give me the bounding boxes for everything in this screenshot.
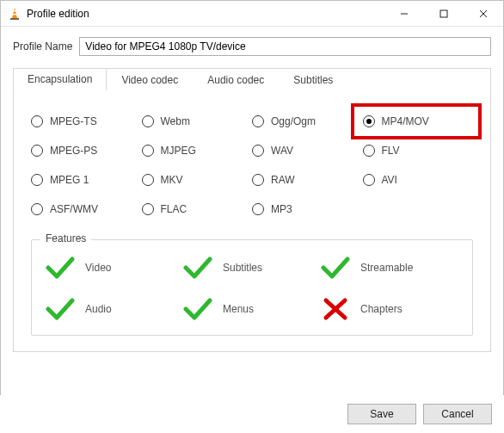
check-icon <box>46 297 75 321</box>
svg-rect-0 <box>10 18 19 20</box>
radio-icon <box>252 174 264 186</box>
check-icon <box>321 256 350 280</box>
radio-icon <box>252 203 264 215</box>
tab-container: Encapsulation Video codec Audio codec Su… <box>13 68 491 352</box>
save-button[interactable]: Save <box>347 404 416 424</box>
radio-ogg[interactable]: Ogg/Ogm <box>252 115 363 127</box>
radio-label: ASF/WMV <box>50 203 98 215</box>
titlebar: Profile edition <box>1 1 503 27</box>
radio-label: MPEG 1 <box>50 174 89 186</box>
tab-body-encapsulation: MPEG-TS Webm Ogg/Ogm MP4/MOV MPEG-PS MJP… <box>14 91 490 351</box>
radio-label: MP3 <box>271 203 292 215</box>
radio-icon <box>142 115 154 127</box>
radio-label: Ogg/Ogm <box>271 115 316 127</box>
features-grid: Video Subtitles Streamable Audio <box>46 256 458 321</box>
tab-audio-codec[interactable]: Audio codec <box>193 69 279 91</box>
vlc-cone-icon <box>8 7 22 21</box>
radio-icon <box>363 174 375 186</box>
feature-subtitles: Subtitles <box>183 256 321 280</box>
radio-icon <box>142 145 154 157</box>
feature-streamable: Streamable <box>321 256 458 280</box>
feature-label: Subtitles <box>223 262 262 274</box>
radio-wav[interactable]: WAV <box>252 145 363 157</box>
radio-label: AVI <box>382 174 397 186</box>
close-button[interactable] <box>464 1 503 27</box>
profile-name-row: Profile Name <box>13 37 491 56</box>
cancel-button[interactable]: Cancel <box>423 404 492 424</box>
feature-video: Video <box>46 256 183 280</box>
radio-mp4-mov[interactable]: MP4/MOV <box>363 115 474 127</box>
check-icon <box>46 256 75 280</box>
radio-flac[interactable]: FLAC <box>142 203 253 215</box>
cross-icon <box>321 297 350 321</box>
features-legend: Features <box>40 232 91 244</box>
radio-mpeg-ts[interactable]: MPEG-TS <box>31 115 142 127</box>
radio-label: RAW <box>271 174 295 186</box>
radio-mpeg1[interactable]: MPEG 1 <box>31 174 142 186</box>
radio-label: MJPEG <box>161 145 196 157</box>
window-title: Profile edition <box>27 8 384 20</box>
maximize-button[interactable] <box>424 1 464 27</box>
radio-label: MKV <box>161 174 183 186</box>
tab-video-codec[interactable]: Video codec <box>107 69 193 91</box>
dialog-footer: Save Cancel <box>0 395 504 433</box>
radio-mkv[interactable]: MKV <box>142 174 253 186</box>
svg-rect-1 <box>13 10 16 11</box>
check-icon <box>183 297 212 321</box>
tab-strip: Encapsulation Video codec Audio codec Su… <box>13 68 490 90</box>
radio-label: FLV <box>382 145 400 157</box>
minimize-button[interactable] <box>384 1 424 27</box>
feature-label: Chapters <box>360 303 403 315</box>
radio-label: MP4/MOV <box>382 115 429 127</box>
radio-icon <box>31 203 43 215</box>
radio-icon <box>363 115 375 127</box>
encapsulation-radio-grid: MPEG-TS Webm Ogg/Ogm MP4/MOV MPEG-PS MJP… <box>31 115 473 215</box>
radio-webm[interactable]: Webm <box>142 115 253 127</box>
radio-label: MPEG-TS <box>50 115 97 127</box>
feature-menus: Menus <box>183 297 321 321</box>
radio-icon <box>252 145 264 157</box>
radio-icon <box>31 145 43 157</box>
radio-icon <box>31 174 43 186</box>
feature-label: Menus <box>223 303 254 315</box>
radio-icon <box>142 174 154 186</box>
content-area: Profile Name Encapsulation Video codec A… <box>1 27 503 352</box>
check-icon <box>183 256 212 280</box>
svg-rect-2 <box>13 14 17 15</box>
feature-label: Audio <box>85 303 112 315</box>
feature-chapters: Chapters <box>321 297 458 321</box>
profile-name-input[interactable] <box>79 37 491 56</box>
radio-mjpeg[interactable]: MJPEG <box>142 145 253 157</box>
profile-name-label: Profile Name <box>13 40 72 53</box>
feature-label: Video <box>85 262 111 274</box>
radio-icon <box>363 145 375 157</box>
tab-subtitles[interactable]: Subtitles <box>279 69 347 91</box>
radio-label: Webm <box>161 115 190 127</box>
radio-mpeg-ps[interactable]: MPEG-PS <box>31 145 142 157</box>
feature-audio: Audio <box>46 297 183 321</box>
radio-flv[interactable]: FLV <box>363 145 474 157</box>
tab-encapsulation[interactable]: Encapsulation <box>13 68 107 90</box>
feature-label: Streamable <box>360 262 413 274</box>
features-group: Features Video Subtitles Streamable <box>31 239 473 336</box>
radio-mp3[interactable]: MP3 <box>252 203 363 215</box>
radio-icon <box>252 115 264 127</box>
radio-asf-wmv[interactable]: ASF/WMV <box>31 203 142 215</box>
radio-label: FLAC <box>161 203 187 215</box>
radio-icon <box>142 203 154 215</box>
radio-label: WAV <box>271 145 293 157</box>
radio-icon <box>31 115 43 127</box>
svg-rect-4 <box>440 10 447 17</box>
radio-raw[interactable]: RAW <box>252 174 363 186</box>
radio-label: MPEG-PS <box>50 145 97 157</box>
radio-avi[interactable]: AVI <box>363 174 474 186</box>
